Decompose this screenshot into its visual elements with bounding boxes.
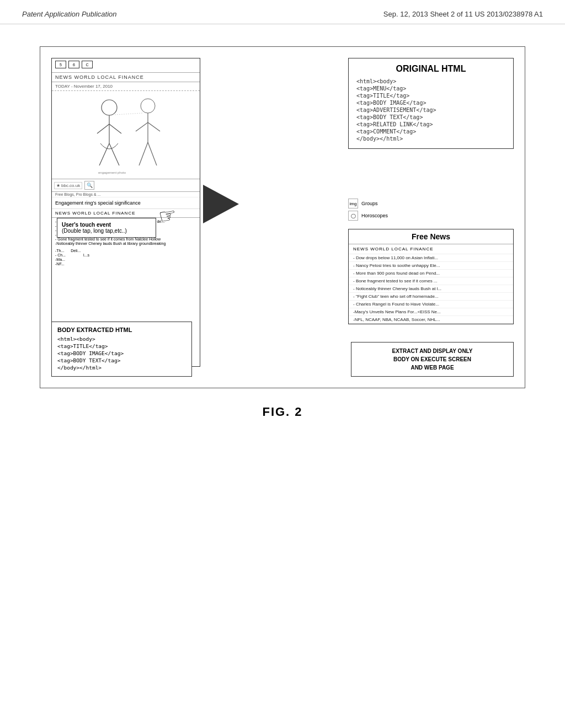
nav-2: NEWS WORLD LOCAL FINANCE bbox=[52, 209, 200, 218]
free-news-item-8: -Macy's Unveils New Plans For...<EISS Ne… bbox=[349, 308, 513, 316]
groups-icon: img bbox=[348, 199, 358, 208]
html-line-9: </body></html> bbox=[356, 136, 505, 142]
extracted-line-2: <tag>TITLE</tag> bbox=[57, 343, 186, 349]
touch-event-line1: User's touch event bbox=[62, 222, 151, 228]
svg-line-3 bbox=[109, 124, 121, 133]
browser-tabs: 5 6 C bbox=[55, 61, 196, 68]
svg-line-12 bbox=[115, 113, 142, 115]
free-news-item-5: - Noticeably thinner Cheney lauds Bush a… bbox=[349, 285, 513, 293]
touch-event-box: User's touch event (Double tap, long tap… bbox=[57, 218, 156, 238]
top-nav: NEWS WORLD LOCAL FINANCE bbox=[52, 73, 200, 82]
url-hint: Free Blogs, Pro Blogs & ... bbox=[52, 192, 200, 197]
search-button[interactable]: 🔍 bbox=[84, 181, 94, 190]
html-line-8: <tag>COMMENT</tag> bbox=[356, 129, 505, 135]
address-label: ★ bbc.co.uk bbox=[54, 182, 82, 189]
extract-text: EXTRACT AND DISPLAY ONLYBODY ON EXECUTE … bbox=[392, 348, 473, 371]
star-icon: ★ bbox=[56, 183, 60, 188]
tab-1[interactable]: 5 bbox=[55, 61, 66, 68]
patent-info: Sep. 12, 2013 Sheet 2 of 11 US 2013/0238… bbox=[383, 10, 543, 18]
horoscopes-item: ◯ Horoscopes bbox=[348, 211, 514, 221]
extracted-line-1: <html><body> bbox=[57, 336, 186, 342]
svg-line-2 bbox=[97, 124, 109, 133]
right-middle-items: img Groups ◯ Horoscopes bbox=[348, 199, 514, 223]
tab-3[interactable]: C bbox=[82, 61, 93, 68]
groups-label: Groups bbox=[361, 201, 378, 206]
free-news-item-4: - Bone fragment tested to see if it come… bbox=[349, 277, 513, 285]
svg-line-10 bbox=[139, 142, 148, 165]
headline-text: Engagement ring's special significance bbox=[52, 197, 200, 209]
html-line-2: <tag>MENU</tag> bbox=[356, 85, 505, 92]
free-news-item-3: - More than 900 pons found dead on Pend.… bbox=[349, 270, 513, 277]
svg-line-9 bbox=[148, 122, 160, 131]
figure-caption: FIG. 2 bbox=[262, 405, 302, 419]
groups-item: img Groups bbox=[348, 199, 514, 208]
publication-label: Patent Application Publication bbox=[22, 10, 117, 18]
free-news-item-6: - "Fight Club" teen who set off homemade… bbox=[349, 293, 513, 301]
free-news-nav: NEWS WORLD LOCAL FINANCE bbox=[349, 244, 513, 254]
right-arrow-icon bbox=[203, 185, 239, 223]
extracted-line-4: <tag>BODY TEXT</tag> bbox=[57, 357, 186, 363]
html-line-7: <tag>RELATED LINK</tag> bbox=[356, 121, 505, 127]
left-phone-panel: 5 6 C NEWS WORLD LOCAL FINANCE TODAY - N… bbox=[51, 58, 200, 367]
svg-line-8 bbox=[136, 122, 148, 131]
arrow-container bbox=[203, 185, 239, 223]
free-news-item-1: - Dow drops below 11,000 on Asian Inflat… bbox=[349, 254, 513, 262]
free-news-title: Free News bbox=[349, 229, 513, 244]
html-line-6: <tag>BODY TEXT</tag> bbox=[356, 114, 505, 120]
extracted-line-5: </body></html> bbox=[57, 365, 186, 371]
html-line-5: <tag>ADVERTISEMENT</tag> bbox=[356, 107, 505, 113]
svg-point-6 bbox=[141, 99, 155, 113]
html-line-3: <tag>TITLE</tag> bbox=[356, 93, 505, 99]
svg-line-4 bbox=[99, 143, 109, 165]
html-line-1: <html><body> bbox=[356, 78, 505, 84]
extracted-line-3: <tag>BODY IMAGE</tag> bbox=[57, 350, 186, 356]
diagram: 5 6 C NEWS WORLD LOCAL FINANCE TODAY - N… bbox=[40, 46, 525, 388]
original-html-title: ORIGINAL HTML bbox=[356, 64, 505, 74]
html-line-4: <tag>BODY IMAGE</tag> bbox=[356, 100, 505, 106]
address-bar-row: ★ bbc.co.uk 🔍 bbox=[52, 179, 200, 192]
svg-line-5 bbox=[109, 143, 119, 165]
body-extracted-box: BODY EXTRACTED HTML <html><body> <tag>TI… bbox=[51, 322, 192, 377]
free-news-item-2: - Nancy Pelosi tries to soothe unhappy E… bbox=[349, 262, 513, 270]
original-html-panel: ORIGINAL HTML <html><body> <tag>MENU</ta… bbox=[348, 58, 514, 149]
news-item-6: -Noticeably thinner Cheney lauds Bush at… bbox=[55, 242, 196, 245]
lower-news: -Th... Deli... - Ch... l...s -Ma... -NF.… bbox=[52, 247, 200, 267]
body-extracted-title: BODY EXTRACTED HTML bbox=[57, 326, 186, 333]
svg-line-11 bbox=[148, 142, 157, 165]
touch-event-line2: (Double tap, long tap,etc..) bbox=[62, 228, 151, 234]
date-bar: TODAY - November 17, 2010 bbox=[52, 82, 200, 91]
image-area: engagement photo bbox=[52, 91, 200, 179]
free-news-panel: Free News NEWS WORLD LOCAL FINANCE - Dow… bbox=[348, 229, 514, 324]
svg-point-0 bbox=[102, 100, 117, 115]
horoscopes-icon: ◯ bbox=[348, 211, 358, 221]
horoscopes-label: Horoscopes bbox=[361, 213, 388, 218]
page-header: Patent Application Publication Sep. 12, … bbox=[0, 0, 565, 24]
browser-bar: 5 6 C bbox=[52, 58, 200, 73]
address-label-text: bbc.co.uk bbox=[61, 183, 80, 188]
tab-2[interactable]: 6 bbox=[68, 61, 79, 68]
free-news-item-9: -NFL, NCAAF, NBA, NCAAB, Soccer, NHL... bbox=[349, 316, 513, 324]
main-content: 5 6 C NEWS WORLD LOCAL FINANCE TODAY - N… bbox=[0, 24, 565, 441]
svg-text:engagement photo: engagement photo bbox=[98, 171, 126, 174]
extract-box: EXTRACT AND DISPLAY ONLYBODY ON EXECUTE … bbox=[351, 342, 514, 377]
news-item-5: - Gone fragment tested to see if it come… bbox=[55, 237, 196, 241]
figures-sketch: engagement photo bbox=[71, 94, 181, 176]
free-news-item-7: - Charles Rangel is Found to Have Violat… bbox=[349, 301, 513, 308]
